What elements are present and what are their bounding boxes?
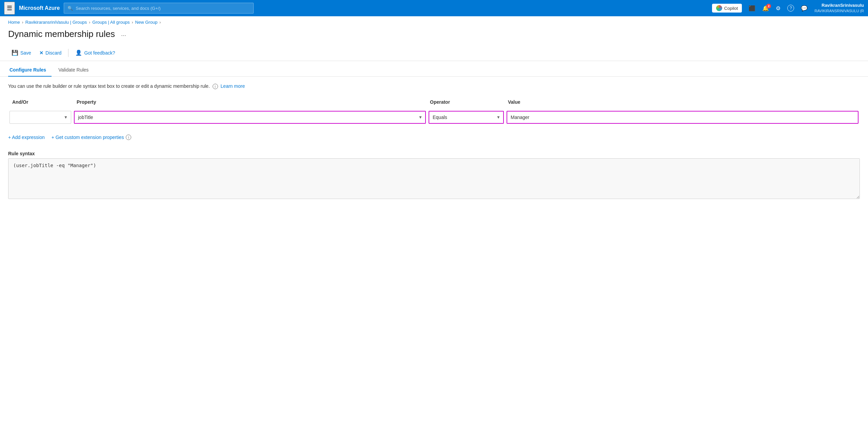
breadcrumb-home[interactable]: Home bbox=[8, 20, 20, 25]
copilot-button[interactable]: Copilot bbox=[712, 4, 742, 13]
page-title-area: Dynamic membership rules ... bbox=[0, 26, 868, 45]
save-label: Save bbox=[20, 50, 31, 56]
topbar: ☰ Microsoft Azure 🔍 Copilot ⬛ 🔔 2 ⚙ ? 💬 … bbox=[0, 0, 868, 16]
copilot-icon bbox=[716, 5, 722, 11]
help-button[interactable]: ? bbox=[785, 3, 797, 14]
user-sub: RAVIKIRANSRINIVASULU (R bbox=[814, 8, 864, 13]
save-icon: 💾 bbox=[12, 49, 18, 56]
breadcrumb-sep-3: › bbox=[132, 20, 133, 25]
description-text: You can use the rule builder or rule syn… bbox=[8, 83, 860, 89]
rule-syntax-section: Rule syntax (user.jobTitle -eq "Manager"… bbox=[8, 151, 860, 200]
breadcrumb-groups-tenant[interactable]: RavikiraransriniVasulu | Groups bbox=[25, 20, 87, 25]
breadcrumb-new-group: New Group bbox=[135, 20, 158, 25]
save-button[interactable]: 💾 Save bbox=[8, 47, 35, 58]
property-cell: jobTitle department displayName mail ▼ bbox=[73, 109, 427, 125]
hamburger-button[interactable]: ☰ bbox=[4, 2, 15, 15]
help-icon: ? bbox=[787, 5, 794, 12]
topbar-icon-group: ⬛ 🔔 2 ⚙ ? 💬 bbox=[746, 3, 810, 14]
feedback-icon: 💬 bbox=[801, 5, 808, 12]
column-header-and-or: And/Or bbox=[9, 97, 74, 107]
rule-syntax-label: Rule syntax bbox=[8, 151, 860, 156]
title-more-button[interactable]: ... bbox=[119, 30, 128, 38]
and-or-wrapper: And Or ▼ bbox=[9, 111, 71, 124]
and-or-cell: And Or ▼ bbox=[8, 109, 73, 125]
rule-builder: And/Or Property Operator Value And Or ▼ bbox=[8, 97, 860, 125]
copilot-label: Copilot bbox=[724, 6, 738, 11]
feedback-label: Got feedback? bbox=[84, 50, 115, 56]
settings-button[interactable]: ⚙ bbox=[773, 3, 783, 14]
user-profile[interactable]: RavikranSrinivasulu RAVIKIRANSRINIVASULU… bbox=[814, 3, 864, 13]
get-custom-label: + Get custom extension properties bbox=[52, 135, 124, 140]
breadcrumb-sep-2: › bbox=[89, 20, 90, 25]
discard-button[interactable]: ✕ Discard bbox=[36, 48, 65, 58]
description-main: You can use the rule builder or rule syn… bbox=[8, 83, 210, 89]
breadcrumb-sep-4: › bbox=[159, 20, 161, 25]
toolbar-separator bbox=[68, 49, 68, 57]
discard-icon: ✕ bbox=[39, 50, 43, 56]
tabs: Configure Rules Validate Rules bbox=[0, 64, 868, 77]
add-expression-button[interactable]: + Add expression bbox=[8, 133, 45, 141]
rule-syntax-textarea[interactable]: (user.jobTitle -eq "Manager") bbox=[8, 158, 860, 199]
feedback-toolbar-icon: 👤 bbox=[75, 49, 82, 56]
and-or-select[interactable]: And Or bbox=[9, 111, 71, 124]
column-header-operator: Operator bbox=[427, 97, 505, 107]
toolbar: 💾 Save ✕ Discard 👤 Got feedback? bbox=[0, 45, 868, 61]
feedback-button[interactable]: 💬 bbox=[798, 3, 810, 14]
page-title: Dynamic membership rules bbox=[8, 29, 115, 39]
feedback-toolbar-button[interactable]: 👤 Got feedback? bbox=[72, 47, 118, 58]
info-icon: i bbox=[213, 84, 218, 89]
operator-wrapper: Equals Not Equals Starts With Contains ▼ bbox=[429, 111, 504, 124]
breadcrumb-all-groups[interactable]: Groups | All groups bbox=[92, 20, 130, 25]
terminal-button[interactable]: ⬛ bbox=[746, 3, 758, 14]
search-icon: 🔍 bbox=[67, 6, 73, 11]
discard-label: Discard bbox=[45, 50, 61, 56]
operator-select[interactable]: Equals Not Equals Starts With Contains bbox=[429, 111, 504, 124]
value-cell bbox=[505, 109, 860, 125]
breadcrumb: Home › RavikiraransriniVasulu | Groups ›… bbox=[0, 16, 868, 26]
property-select[interactable]: jobTitle department displayName mail bbox=[74, 111, 426, 124]
search-bar[interactable]: 🔍 bbox=[64, 3, 254, 14]
main-content: You can use the rule builder or rule syn… bbox=[0, 77, 868, 207]
rule-actions: + Add expression + Get custom extension … bbox=[8, 133, 860, 141]
property-wrapper: jobTitle department displayName mail ▼ bbox=[74, 111, 426, 124]
gear-icon: ⚙ bbox=[776, 5, 781, 12]
breadcrumb-sep-1: › bbox=[22, 20, 23, 25]
rule-builder-row: And Or ▼ jobTitle department displayName… bbox=[8, 109, 860, 125]
custom-extension-info-icon: i bbox=[126, 135, 131, 140]
learn-more-link[interactable]: Learn more bbox=[221, 83, 245, 89]
user-name: RavikranSrinivasulu bbox=[814, 3, 864, 8]
column-header-value: Value bbox=[505, 97, 859, 107]
value-input[interactable] bbox=[507, 111, 859, 124]
search-input[interactable] bbox=[76, 6, 250, 11]
get-custom-extension-button[interactable]: + Get custom extension properties i bbox=[52, 133, 133, 141]
tab-configure-rules[interactable]: Configure Rules bbox=[8, 64, 52, 77]
operator-cell: Equals Not Equals Starts With Contains ▼ bbox=[427, 109, 505, 125]
brand-name: Microsoft Azure bbox=[19, 5, 60, 11]
hamburger-icon: ☰ bbox=[7, 5, 12, 12]
tab-validate-rules[interactable]: Validate Rules bbox=[57, 64, 94, 77]
column-header-property: Property bbox=[74, 97, 427, 107]
notification-button[interactable]: 🔔 2 bbox=[760, 3, 772, 14]
rule-builder-header: And/Or Property Operator Value bbox=[8, 97, 860, 107]
terminal-icon: ⬛ bbox=[749, 5, 755, 12]
notification-badge: 2 bbox=[766, 4, 771, 8]
